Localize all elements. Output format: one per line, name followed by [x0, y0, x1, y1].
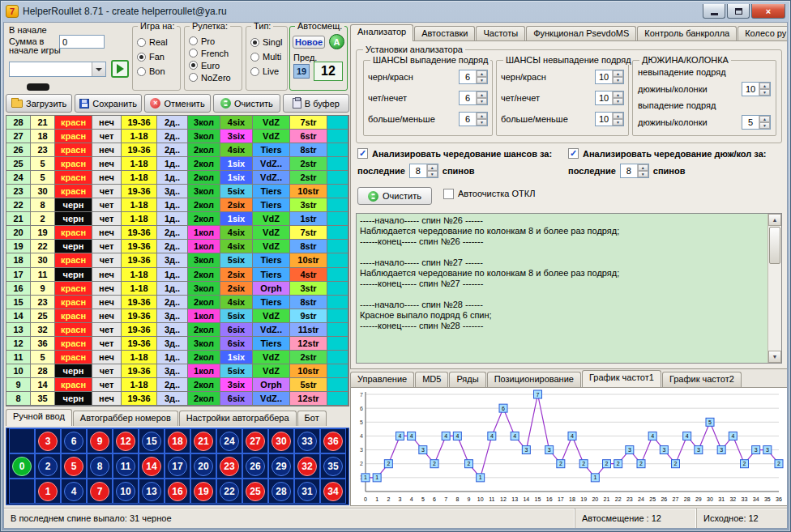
left-tab-2[interactable]: Автограббер номеров	[73, 411, 178, 426]
board-number-32[interactable]: 32	[294, 453, 320, 479]
chart-tab-1[interactable]: Управление	[350, 372, 414, 387]
maximize-button[interactable]	[727, 4, 750, 19]
board-number-6[interactable]: 6	[61, 428, 87, 453]
table-row[interactable]: 1332краснчет19-363д..2кол6sixVdZ..11str	[6, 323, 348, 337]
board-number-12[interactable]: 12	[113, 428, 139, 453]
autoclean-checkbox[interactable]	[443, 189, 454, 199]
board-number-14[interactable]: 14	[139, 453, 165, 479]
chances-hit-spinner[interactable]: 6▲▼	[459, 70, 488, 84]
left-tab-1[interactable]: Ручной ввод	[6, 409, 72, 426]
spin-down-icon[interactable]: ▼	[759, 89, 770, 96]
board-number-15[interactable]: 15	[139, 428, 165, 453]
spin-down-icon[interactable]: ▼	[477, 119, 487, 126]
table-row[interactable]: 1236краснчет19-363д..3кол6sixTiers12str	[6, 337, 348, 351]
right-tab-5[interactable]: Контроль банкролла	[637, 26, 737, 41]
board-number-20[interactable]: 20	[190, 453, 216, 479]
table-row[interactable]: 1711черннеч1-181д..2кол2sixTiers4str	[6, 268, 348, 282]
board-number-34[interactable]: 34	[320, 479, 346, 504]
board-number-17[interactable]: 17	[165, 453, 190, 479]
table-row[interactable]: 228чернчет1-181д..2кол2sixTiers3str	[6, 198, 348, 212]
board-number-7[interactable]: 7	[87, 479, 113, 504]
spin-down-icon[interactable]: ▼	[638, 171, 648, 177]
board-number-9[interactable]: 9	[87, 428, 113, 453]
board-number-10[interactable]: 10	[113, 479, 139, 504]
right-tab-6[interactable]: Колесо ру	[738, 26, 788, 41]
spin-up-icon[interactable]: ▲	[613, 92, 623, 98]
table-row[interactable]: 1830краснчет19-363д..3кол5sixTiers10str	[6, 253, 348, 267]
toolbar-button-Загрузить[interactable]: Загрузить	[6, 94, 72, 113]
history-combobox[interactable]	[9, 62, 106, 77]
autoclean-toggle[interactable]: Автоочистка ОТКЛ	[443, 189, 535, 199]
board-number-22[interactable]: 22	[216, 479, 242, 504]
chart-tab-3[interactable]: Ряды	[449, 372, 485, 387]
board-number-19[interactable]: 19	[190, 479, 216, 504]
spin-down-icon[interactable]: ▼	[477, 77, 487, 83]
left-tab-3[interactable]: Настройки автограббера	[179, 411, 297, 426]
radio-roulette-Euro[interactable]: Euro	[189, 59, 240, 71]
log-scrollbar[interactable]: ▲ ▼	[767, 214, 781, 363]
toolbar-button-Отменить[interactable]: Отменить	[144, 94, 211, 113]
chart-tab-5[interactable]: График частот1	[582, 370, 661, 387]
toolbar-button-Сохранить[interactable]: Сохранить	[75, 94, 141, 113]
board-number-25[interactable]: 25	[242, 479, 268, 504]
right-tab-3[interactable]: Частоты	[476, 26, 525, 41]
table-row[interactable]: 914краснчет1-182д..2кол3sixOrph5str	[6, 378, 348, 392]
spin-up-icon[interactable]: ▲	[638, 164, 648, 171]
spin-down-icon[interactable]: ▼	[427, 171, 438, 177]
chances-hit-spinner[interactable]: 6▲▼	[459, 112, 488, 126]
board-number-3[interactable]: 3	[35, 428, 61, 453]
board-number-33[interactable]: 33	[294, 428, 320, 453]
chances-miss-spinner[interactable]: 10▲▼	[595, 70, 624, 84]
scroll-down-arrow[interactable]: ▼	[768, 351, 781, 363]
spin-up-icon[interactable]: ▲	[477, 92, 487, 98]
board-number-30[interactable]: 30	[268, 428, 294, 453]
spin-down-icon[interactable]: ▼	[759, 122, 770, 129]
board-number-27[interactable]: 27	[242, 428, 268, 453]
spin-up-icon[interactable]: ▲	[759, 83, 770, 89]
radio-roulette-French[interactable]: French	[189, 47, 240, 59]
table-row[interactable]: 115красннеч1-181д..2кол1sixVdZ2str	[6, 351, 348, 364]
board-number-13[interactable]: 13	[139, 479, 165, 504]
new-button[interactable]: Новое	[293, 36, 325, 49]
board-number-23[interactable]: 23	[216, 453, 242, 479]
scroll-thumb[interactable]	[769, 227, 780, 264]
board-number-5[interactable]: 5	[61, 453, 87, 479]
auto-a-button[interactable]: A	[329, 34, 344, 49]
radio-mode-Live[interactable]: Live	[250, 64, 285, 79]
board-number-2[interactable]: 2	[35, 453, 61, 479]
play-button[interactable]	[111, 60, 129, 78]
spin-up-icon[interactable]: ▲	[477, 113, 487, 119]
dozen-column-spinner[interactable]: 5▲▼	[742, 115, 771, 130]
spin-down-icon[interactable]: ▼	[613, 119, 623, 126]
spin-up-icon[interactable]: ▲	[477, 70, 487, 77]
radio-game-Fan[interactable]: Fan	[137, 49, 178, 64]
left-tab-4[interactable]: Бот	[297, 411, 327, 426]
radio-game-Bon[interactable]: Bon	[137, 64, 178, 79]
board-number-31[interactable]: 31	[294, 479, 320, 504]
board-number-21[interactable]: 21	[190, 428, 216, 453]
radio-roulette-NoZero[interactable]: NoZero	[189, 71, 240, 83]
board-number-36[interactable]: 36	[320, 428, 346, 453]
chances-miss-spinner[interactable]: 10▲▼	[595, 91, 624, 105]
table-row[interactable]: 2330краснчет19-363д..3кол5sixTiers10str	[6, 185, 348, 198]
spin-up-icon[interactable]: ▲	[427, 164, 438, 171]
board-number-18[interactable]: 18	[165, 428, 190, 453]
table-row[interactable]: 1523красннеч19-362д..2кол4sixTiers8str	[6, 296, 348, 309]
scroll-up-arrow[interactable]: ▲	[768, 214, 781, 226]
start-sum-input[interactable]	[59, 35, 105, 49]
chart-tab-6[interactable]: График частот2	[662, 372, 742, 387]
radio-roulette-Pro[interactable]: Pro	[189, 35, 240, 47]
spins-table[interactable]: 2821красннеч19-362д..3кол4sixVdZ7str2718…	[6, 115, 349, 406]
spin-up-icon[interactable]: ▲	[613, 113, 623, 119]
table-row[interactable]: 245красннеч1-181д..2кол1sixVdZ..2str	[6, 171, 348, 185]
right-tab-2[interactable]: Автоставки	[414, 26, 475, 41]
table-row[interactable]: 2019красннеч19-362д..1кол4sixVdZ7str	[6, 226, 348, 240]
board-number-0[interactable]: 0	[9, 453, 35, 479]
spin-down-icon[interactable]: ▼	[613, 98, 623, 104]
spin-down-icon[interactable]: ▼	[613, 77, 623, 83]
board-number-26[interactable]: 26	[242, 453, 268, 479]
board-number-16[interactable]: 16	[165, 479, 190, 504]
right-tab-4[interactable]: Функционал PsevdoMS	[526, 26, 636, 41]
board-number-28[interactable]: 28	[268, 479, 294, 504]
analyze-chances-checkbox[interactable]	[357, 148, 368, 159]
